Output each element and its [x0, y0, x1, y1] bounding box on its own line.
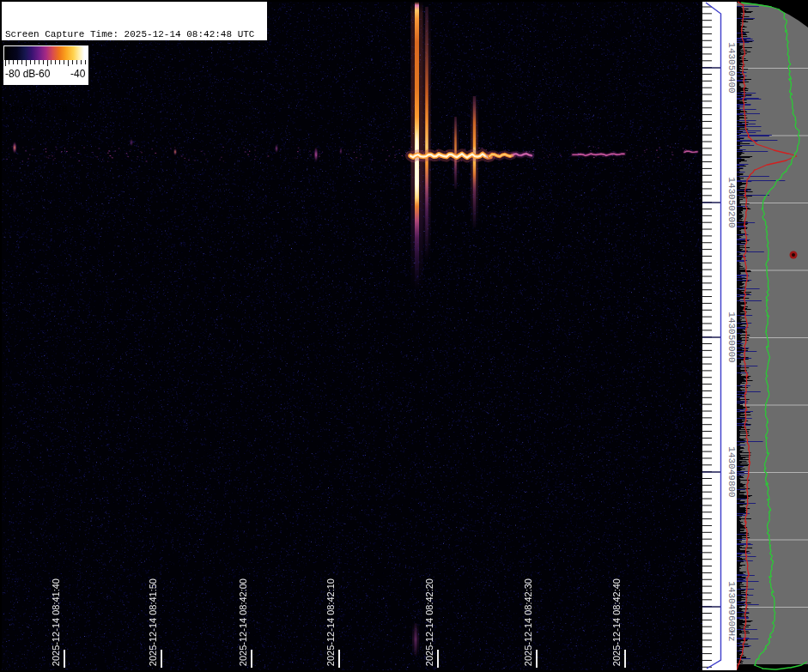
color-scale-tick: [64, 60, 64, 64]
color-scale-tick: [85, 60, 86, 64]
time-tick: [437, 650, 439, 668]
time-label: 2025-12-14 08:41:40: [51, 578, 61, 666]
frequency-label: 143050000: [725, 312, 737, 362]
frequency-label: 143049800: [725, 446, 737, 497]
time-label: 2025-12-14 08:42:00: [238, 578, 248, 666]
color-scale-tick: [59, 60, 60, 64]
time-label: 2025-12-14 08:42:20: [424, 578, 434, 666]
frequency-axis: 1430504001430502001430500001430498001430…: [702, 2, 737, 670]
color-scale-tick: [43, 60, 44, 64]
color-scale-tick: [72, 60, 73, 64]
color-scale-tick: [9, 60, 9, 64]
color-scale-tick: [34, 60, 35, 64]
frequency-label: 143049600: [725, 581, 737, 632]
time-tick: [624, 650, 626, 668]
config-text: Config = V8: [5, 103, 267, 116]
capture-info-box: Screen Capture Time: 2025-12-14 08:42:48…: [2, 2, 267, 40]
color-scale-tick: [51, 60, 52, 64]
color-scale-tick: [47, 60, 48, 66]
time-label: 2025-12-14 08:42:30: [523, 578, 533, 666]
color-scale-tick: [81, 60, 82, 64]
color-scale-label-min: -80 dB: [5, 68, 35, 80]
time-tick: [161, 650, 162, 668]
color-scale-label-max: -40: [70, 68, 85, 80]
color-scale-gradient: [4, 46, 88, 60]
color-scale-tick: [68, 60, 69, 66]
color-scale-tick: [55, 60, 56, 64]
color-scale-tick: [30, 60, 31, 64]
color-scale-tick: [13, 60, 14, 64]
color-scale-tick: [21, 60, 22, 64]
time-label: 2025-12-14 08:42:40: [611, 578, 622, 666]
color-scale-label-mid: -60: [35, 68, 50, 80]
frequency-label: Hz: [725, 630, 737, 641]
time-label: 2025-12-14 08:41:50: [148, 578, 158, 666]
capture-time-text: Screen Capture Time: 2025-12-14 08:42:48…: [5, 28, 267, 41]
spectrum-side-panel: [737, 0, 808, 672]
color-scale-tick: [17, 60, 18, 64]
spectrum-monitor-window: Screen Capture Time: 2025-12-14 08:42:48…: [0, 0, 808, 672]
time-tick: [536, 650, 538, 668]
time-tick: [251, 650, 252, 668]
color-scale-legend: -80 dB -60 -40: [3, 45, 88, 85]
color-scale-labels: -80 dB -60 -40: [3, 68, 88, 83]
frequency-label: 143050200: [725, 177, 737, 227]
color-scale-tick: [5, 60, 6, 66]
frequency-label: 143050400: [725, 42, 737, 93]
color-scale-tick: [76, 60, 77, 64]
time-label: 2025-12-14 08:42:10: [325, 578, 336, 666]
time-tick: [64, 650, 65, 668]
color-scale-ruler: [3, 60, 88, 68]
color-scale-tick: [26, 60, 27, 66]
time-tick: [338, 650, 340, 668]
color-scale-tick: [39, 60, 39, 64]
